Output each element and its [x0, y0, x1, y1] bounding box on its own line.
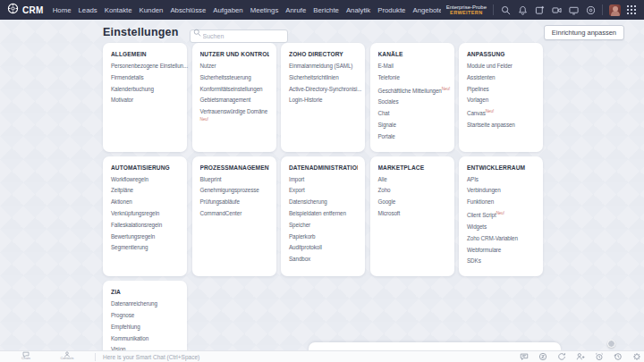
nav-item[interactable]: Meetings	[250, 6, 279, 14]
settings-icon[interactable]	[585, 4, 596, 15]
settings-link[interactable]: Sociales	[378, 98, 447, 105]
settings-link[interactable]: Motivator	[111, 97, 180, 104]
settings-link-label: Import	[289, 176, 304, 182]
settings-link[interactable]: Nutzer	[200, 63, 269, 70]
settings-link[interactable]: Export	[289, 187, 358, 194]
compose-icon[interactable]	[534, 4, 545, 15]
settings-link[interactable]: CommandCenter	[200, 210, 269, 217]
settings-link[interactable]: CanvasNeu!	[467, 108, 536, 117]
settings-link[interactable]: Zoho CRM-Variablen	[467, 235, 536, 242]
settings-link[interactable]: Import	[289, 176, 358, 183]
plan-badge[interactable]: Enterprise-Probe ERWEITERN	[446, 4, 487, 16]
settings-link[interactable]: Sandbox	[289, 256, 358, 263]
settings-link[interactable]: Geschäftliche MitteilungenNeu!	[378, 86, 447, 95]
settings-link[interactable]: Active-Directory-Synchronisi...	[289, 86, 358, 93]
settings-link[interactable]: Personenbezogene Einstellun...	[111, 63, 180, 70]
settings-link[interactable]: Genehmigungsprozesse	[200, 187, 269, 194]
search-icon[interactable]	[500, 4, 511, 15]
feedback-icon[interactable]	[519, 352, 529, 362]
history-icon[interactable]	[613, 352, 623, 362]
nav-item[interactable]: Berichte	[313, 6, 339, 14]
settings-link[interactable]: Kalenderbuchung	[111, 86, 180, 93]
settings-link[interactable]: Pipelines	[467, 86, 536, 93]
settings-link[interactable]: Papierkorb	[289, 233, 358, 240]
settings-link[interactable]: Aktionen	[111, 198, 180, 206]
settings-link[interactable]: Vorlagen	[467, 97, 536, 104]
smart-chat-hint: Here is your Smart Chat (Ctrl+Space)	[103, 354, 199, 360]
settings-link[interactable]: Client ScriptNeu!	[467, 210, 536, 219]
nav-item[interactable]: Abschlüsse	[170, 6, 206, 14]
settings-link[interactable]: Empfehlung	[111, 324, 180, 331]
settings-link[interactable]: Firmendetails	[111, 74, 180, 81]
settings-link[interactable]: Prognose	[111, 312, 180, 319]
settings-link[interactable]: Einmalanmeldung (SAML)	[289, 63, 358, 70]
settings-link[interactable]: Startseite anpassen	[467, 122, 536, 129]
settings-link[interactable]: E-Mail	[378, 63, 447, 70]
settings-link[interactable]: Workflowregeln	[111, 176, 180, 183]
settings-link[interactable]: Bewertungsregeln	[111, 233, 180, 240]
settings-link[interactable]: Module und Felder	[467, 63, 536, 70]
settings-link[interactable]: Falleskalationsregeln	[111, 222, 180, 229]
settings-link[interactable]: SDKs	[467, 257, 536, 265]
nav-item[interactable]: Produkte	[377, 6, 405, 14]
settings-link[interactable]: Assistenten	[467, 74, 536, 81]
settings-link[interactable]: Signale	[378, 122, 447, 129]
refresh-icon[interactable]	[556, 352, 566, 362]
settings-link[interactable]: Kommunikation	[111, 335, 180, 342]
nav-item[interactable]: Anrufe	[285, 6, 306, 14]
nav-item[interactable]: Analytik	[346, 6, 370, 14]
search-input[interactable]	[190, 29, 288, 43]
zia-drag-handle[interactable]	[607, 340, 615, 348]
settings-link[interactable]: Blueprint	[200, 176, 269, 183]
settings-link[interactable]: Google	[378, 198, 447, 206]
settings-link-label: Geschäftliche Mitteilungen	[378, 88, 442, 94]
reminder-icon[interactable]	[594, 352, 604, 362]
settings-link[interactable]: Sicherheitsrichtlinien	[289, 74, 358, 81]
settings-link[interactable]: Telefonie	[378, 74, 447, 81]
settings-link[interactable]: Webformulare	[467, 247, 536, 254]
video-meeting-icon[interactable]	[551, 4, 562, 15]
settings-link[interactable]: Funktionen	[467, 198, 536, 206]
settings-link[interactable]: Alle	[378, 176, 447, 183]
settings-link[interactable]: Microsoft	[378, 210, 447, 217]
settings-link[interactable]: Konformitätseinstellungen	[200, 86, 269, 93]
settings-link[interactable]: Speicher	[289, 222, 358, 229]
notifications-icon[interactable]	[517, 4, 528, 15]
apps-grid-icon[interactable]	[627, 5, 637, 15]
settings-link[interactable]: Datensicherung	[289, 198, 358, 206]
customize-setup-button[interactable]: Einrichtung anpassen	[544, 25, 624, 40]
settings-link[interactable]: Verknüpfungsregeln	[111, 210, 180, 217]
settings-link[interactable]: Zoho	[378, 187, 447, 194]
settings-link[interactable]: Auditprotokoll	[289, 244, 358, 251]
contacts-tab[interactable]: Contacts	[47, 351, 88, 361]
settings-link-label: Microsoft	[378, 210, 401, 216]
settings-link[interactable]: Vertrauenswürdige DomäneNeu!	[200, 108, 269, 123]
nav-item[interactable]: Kontakte	[105, 6, 132, 14]
invite-user-icon[interactable]	[575, 352, 585, 362]
settings-link[interactable]: Gebietsmanagement	[200, 97, 269, 104]
avatar[interactable]	[609, 4, 621, 16]
screen-share-icon[interactable]	[568, 4, 579, 15]
upgrade-link[interactable]: ERWEITERN	[446, 10, 487, 15]
nav-item[interactable]: Leads	[79, 6, 97, 14]
settings-link[interactable]: APIs	[467, 176, 536, 183]
nav-item[interactable]: Home	[53, 6, 72, 14]
settings-link[interactable]: Portale	[378, 133, 447, 140]
chat-settings-icon[interactable]	[631, 352, 641, 362]
settings-link[interactable]: Prüfungsabläufe	[200, 198, 269, 206]
nav-item[interactable]: Angebote	[412, 6, 440, 14]
chats-tab[interactable]: Chats	[5, 351, 47, 361]
settings-link[interactable]: Widgets	[467, 223, 536, 231]
nav-item[interactable]: Kunden	[140, 6, 164, 14]
nav-item[interactable]: Aufgaben	[213, 6, 242, 14]
settings-link[interactable]: Chat	[378, 110, 447, 117]
zoho-crm-logo[interactable]: CRM	[7, 2, 44, 18]
settings-link[interactable]: Zeitpläne	[111, 187, 180, 194]
zia-icon[interactable]	[538, 352, 547, 362]
settings-link[interactable]: Datenanreicherung	[111, 300, 180, 307]
settings-link[interactable]: Login-Historie	[289, 97, 358, 104]
settings-link[interactable]: Verbindungen	[467, 187, 536, 194]
settings-link[interactable]: Beispieldaten entfernen	[289, 210, 358, 217]
settings-link[interactable]: Segmentierung	[111, 244, 180, 251]
settings-link[interactable]: Sicherheitssteuerung	[200, 74, 269, 81]
